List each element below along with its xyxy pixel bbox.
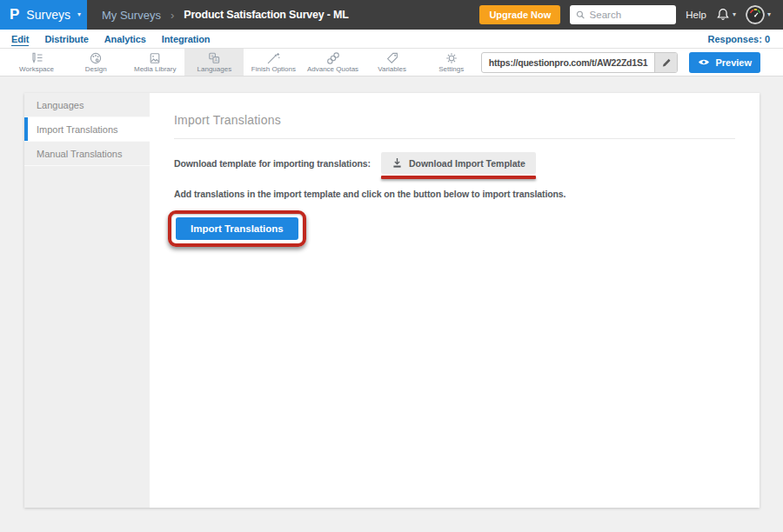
advance-quotas-icon bbox=[325, 52, 341, 64]
tab-edit[interactable]: Edit bbox=[10, 34, 37, 44]
finish-options-icon bbox=[265, 52, 281, 64]
settings-icon bbox=[444, 52, 459, 64]
toolbar-item-languages[interactable]: xA Languages bbox=[184, 49, 244, 76]
main-content: Import Translations Download template fo… bbox=[150, 93, 760, 508]
toolbar-item-workspace[interactable]: Workspace bbox=[7, 49, 66, 76]
variables-icon bbox=[385, 52, 400, 64]
edit-url-button[interactable] bbox=[654, 53, 677, 72]
download-template-label: Download template for importing translat… bbox=[174, 152, 371, 169]
notifications-bell-icon bbox=[716, 8, 730, 22]
toolbar-item-design[interactable]: Design bbox=[66, 49, 125, 76]
divider bbox=[174, 138, 735, 139]
account-menu[interactable]: ▾ bbox=[746, 5, 771, 24]
survey-url-text: https://questionpro.com/t/AW22Zd1S1 bbox=[482, 53, 655, 72]
top-bar: P Surveys ▾ My Surveys › Product Satisfa… bbox=[0, 0, 783, 30]
chevron-down-icon: ▾ bbox=[733, 11, 736, 18]
surveys-menu[interactable]: P Surveys ▾ bbox=[0, 0, 87, 30]
design-icon bbox=[88, 52, 104, 64]
pencil-icon bbox=[661, 57, 672, 68]
search-icon bbox=[576, 10, 585, 20]
breadcrumb: My Surveys › Product Satisfaction Survey… bbox=[102, 9, 349, 22]
toolbar-item-settings[interactable]: Settings bbox=[422, 49, 481, 76]
preview-button[interactable]: Preview bbox=[689, 52, 760, 73]
media-library-icon bbox=[147, 52, 163, 64]
svg-text:x: x bbox=[211, 53, 214, 58]
download-import-template-button[interactable]: Download Import Template bbox=[381, 152, 536, 174]
tab-analytics[interactable]: Analytics bbox=[97, 34, 154, 44]
preview-label: Preview bbox=[715, 57, 752, 68]
download-template-row: Download template for importing translat… bbox=[174, 152, 735, 179]
workspace-icon bbox=[29, 52, 44, 64]
red-underline-annotation bbox=[381, 176, 536, 179]
toolbar-right: https://questionpro.com/t/AW22Zd1S1 Prev… bbox=[481, 49, 783, 76]
import-translations-button[interactable]: Import Translations bbox=[176, 217, 298, 240]
notifications-menu[interactable]: ▾ bbox=[716, 8, 736, 22]
page-background: Languages Import Translations Manual Tra… bbox=[0, 76, 783, 532]
breadcrumb-separator: › bbox=[171, 9, 174, 22]
page-title: Import Translations bbox=[174, 113, 735, 127]
upgrade-now-button[interactable]: Upgrade Now bbox=[479, 5, 560, 24]
survey-url-box: https://questionpro.com/t/AW22Zd1S1 bbox=[481, 52, 679, 73]
content-panel: Languages Import Translations Manual Tra… bbox=[24, 93, 760, 508]
questionpro-logo: P bbox=[10, 6, 19, 23]
eye-icon bbox=[698, 58, 710, 66]
download-icon bbox=[392, 157, 403, 169]
topbar-actions: Upgrade Now Help ▾ ▾ bbox=[479, 5, 783, 24]
avatar bbox=[746, 5, 765, 24]
survey-title: Product Satisfaction Survey - ML bbox=[184, 9, 348, 21]
import-highlight-annotation: Import Translations bbox=[168, 210, 306, 247]
tab-bar: Edit Distribute Analytics Integration Re… bbox=[0, 30, 783, 49]
surveys-menu-label: Surveys bbox=[26, 8, 70, 22]
chevron-down-icon: ▾ bbox=[77, 11, 81, 18]
instructions-text: Add translations in the import template … bbox=[174, 189, 735, 199]
breadcrumb-my-surveys[interactable]: My Surveys bbox=[102, 9, 161, 22]
toolbar-item-advance-quotas[interactable]: Advance Quotas bbox=[303, 49, 362, 76]
languages-icon: xA bbox=[206, 52, 222, 64]
svg-text:A: A bbox=[215, 57, 218, 62]
responses-count[interactable]: Responses: 0 bbox=[707, 34, 773, 44]
tab-integration[interactable]: Integration bbox=[154, 34, 218, 44]
search-input[interactable] bbox=[590, 10, 671, 20]
toolbar-item-media-library[interactable]: Media Library bbox=[125, 49, 184, 76]
gauge-avatar-icon bbox=[746, 5, 765, 24]
toolbar-item-finish-options[interactable]: Finish Options bbox=[244, 49, 303, 76]
tab-distribute[interactable]: Distribute bbox=[37, 34, 96, 44]
edit-toolbar: Workspace Design Media Library xA Langua… bbox=[0, 49, 783, 76]
languages-sidebar: Languages Import Translations Manual Tra… bbox=[24, 93, 150, 508]
search-box[interactable] bbox=[570, 5, 676, 24]
toolbar-item-variables[interactable]: Variables bbox=[363, 49, 422, 76]
sidebar-item-languages[interactable]: Languages bbox=[24, 93, 150, 117]
sidebar-item-manual-translations[interactable]: Manual Translations bbox=[24, 142, 150, 166]
help-link[interactable]: Help bbox=[686, 10, 706, 20]
sidebar-item-import-translations[interactable]: Import Translations bbox=[24, 117, 150, 142]
download-template-wrap: Download Import Template bbox=[381, 152, 536, 179]
chevron-down-icon: ▾ bbox=[767, 11, 771, 18]
